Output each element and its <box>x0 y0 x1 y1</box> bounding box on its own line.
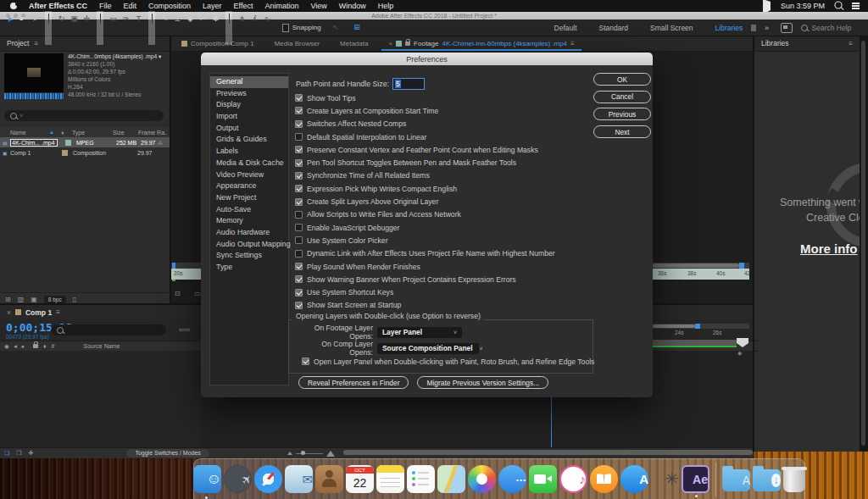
panel-divider[interactable] <box>753 36 754 452</box>
motion-blur-icon[interactable]: ✥ <box>29 450 34 457</box>
workspace-item[interactable]: Standard <box>599 24 629 32</box>
panel-menu-icon[interactable]: ≡ <box>570 40 575 47</box>
preferences-category[interactable]: Media & Disk Cache <box>210 158 288 169</box>
dock-icon[interactable]: ↓ <box>753 469 781 491</box>
preferences-category[interactable]: Previews <box>210 88 288 100</box>
preferences-category[interactable]: Display <box>210 99 288 111</box>
checkbox[interactable] <box>295 172 303 180</box>
menu-item[interactable]: File <box>99 2 112 10</box>
preferences-category[interactable]: Grids & Guides <box>210 134 288 146</box>
dock-icon[interactable] <box>715 463 716 496</box>
tool-button[interactable] <box>97 11 103 45</box>
source-name-column-label[interactable]: Source Name <box>84 343 120 349</box>
tool-button[interactable]: ✛ <box>81 11 93 45</box>
footage-scrollbar[interactable] <box>653 263 749 269</box>
checkbox[interactable] <box>295 289 303 297</box>
checkbox[interactable] <box>295 302 303 309</box>
dock-icon[interactable] <box>315 465 343 493</box>
checkbox[interactable] <box>295 263 303 270</box>
project-item-row[interactable]: ▣ Comp 1 Composition 29.97 <box>0 147 170 158</box>
dock-icon[interactable] <box>254 465 282 493</box>
dock-icon[interactable]: ♪ <box>559 465 587 493</box>
checkbox[interactable] <box>295 224 303 231</box>
toolbar-option-icon[interactable]: ↖ <box>330 19 342 36</box>
panel-menu-icon[interactable]: ≡ <box>849 40 853 47</box>
workspace-item[interactable]: Small Screen <box>650 24 693 32</box>
checkbox[interactable] <box>295 275 303 283</box>
timeline-tab-label[interactable]: Comp 1 <box>25 308 52 317</box>
work-area-marker[interactable] <box>737 338 748 347</box>
dock-icon[interactable]: ✈ <box>224 465 252 493</box>
panel-menu-icon[interactable]: ≡ <box>56 308 60 316</box>
tool-button[interactable]: ▣ <box>68 11 81 45</box>
tool-button[interactable]: ✑ <box>120 11 132 45</box>
tool-button[interactable] <box>45 11 52 45</box>
dialog-button[interactable]: Migrate Previous Version Settings... <box>417 376 548 389</box>
apple-menu-icon[interactable] <box>10 3 17 9</box>
tool-button[interactable]: ʎ <box>248 11 261 45</box>
toggle-switches-button[interactable]: Toggle Switches / Modes <box>126 449 209 457</box>
workspace-item[interactable]: Libraries <box>715 24 743 32</box>
dock-icon[interactable]: A <box>722 469 750 491</box>
time-ruler[interactable]: 36s38s40s42s <box>653 269 749 280</box>
tool-button[interactable]: ∿ <box>261 11 274 45</box>
new-composition-icon[interactable]: ▣ <box>31 296 37 303</box>
menu-item[interactable]: Layer <box>203 2 222 10</box>
comp-flowchart-icon[interactable]: ▭▭ <box>179 326 190 333</box>
dock-icon[interactable] <box>783 469 805 492</box>
dock-icon[interactable] <box>590 465 618 493</box>
dialog-button[interactable]: Previous <box>593 108 651 120</box>
dock-icon[interactable]: A <box>620 465 648 493</box>
project-search-field[interactable]: ˅ <box>4 110 164 121</box>
panel-divider[interactable] <box>170 36 171 305</box>
playhead-handle[interactable] <box>695 324 700 329</box>
checkbox[interactable] <box>295 236 303 244</box>
notification-center-icon[interactable] <box>852 3 860 8</box>
close-tab-icon[interactable]: × <box>7 308 11 317</box>
status-arrow-icon[interactable] <box>763 2 771 10</box>
footage-layer-dropdown[interactable]: Layer Panel˅ <box>377 327 462 338</box>
timeline-zoom-slider[interactable] <box>287 451 335 457</box>
label-color-swatch[interactable] <box>62 150 68 156</box>
zoom-out-icon[interactable] <box>287 452 292 455</box>
checkbox[interactable] <box>295 159 303 167</box>
tool-button[interactable]: ⋔ <box>236 11 248 45</box>
preferences-category[interactable]: Memory <box>210 215 288 227</box>
dialog-button[interactable]: Cancel <box>593 91 651 103</box>
tool-button[interactable]: ✂ <box>197 11 209 45</box>
tab-media-browser[interactable]: Media Browser <box>264 36 330 51</box>
playhead-handle[interactable] <box>739 263 744 269</box>
tool-button[interactable]: ↻ <box>55 11 68 45</box>
dock-icon[interactable] <box>529 465 557 493</box>
label-column-icon[interactable]: ♦ <box>61 130 72 136</box>
frame-blend-icon[interactable]: ❐ <box>16 450 21 457</box>
menu-item[interactable]: Help <box>378 2 394 10</box>
checkbox[interactable] <box>295 250 303 258</box>
preferences-category[interactable]: Type <box>210 262 288 274</box>
sort-arrow-icon[interactable]: ▲ <box>49 130 54 135</box>
preferences-category[interactable]: Audio Hardware <box>210 227 288 239</box>
zoom-slider-handle[interactable] <box>301 451 305 455</box>
menu-item[interactable]: Window <box>339 2 366 10</box>
delete-icon[interactable]: ▯ <box>73 296 76 303</box>
timeline-ruler[interactable]: 24s26s <box>653 330 749 338</box>
more-info-link[interactable]: More info <box>800 241 858 256</box>
libraries-panel-header[interactable]: Libraries ≡ <box>754 36 860 52</box>
work-area-icon[interactable]: ◈ <box>737 350 742 357</box>
workspace-panel-icon[interactable] <box>781 23 793 33</box>
preferences-category[interactable]: New Project <box>210 192 288 204</box>
menu-bar-clock[interactable]: Sun 3:59 PM <box>781 2 825 10</box>
new-folder-icon[interactable]: ▥ <box>18 296 25 303</box>
menu-item[interactable]: View <box>310 2 326 10</box>
tool-button[interactable]: ⊥ <box>171 11 184 45</box>
tool-button[interactable]: ➤ <box>3 11 16 45</box>
dock-icon[interactable] <box>468 465 496 493</box>
preferences-category[interactable]: Labels <box>210 146 288 158</box>
close-tab-icon[interactable]: × <box>388 40 392 47</box>
menu-item[interactable]: Animation <box>264 2 298 10</box>
toolbar-option-icon[interactable]: ⊞ <box>351 19 364 36</box>
dock-icon[interactable]: ✉ <box>285 465 313 493</box>
tool-button[interactable]: T <box>132 11 145 45</box>
preferences-category[interactable]: Audio Output Mapping <box>210 239 288 251</box>
preferences-category[interactable]: General <box>210 76 288 88</box>
